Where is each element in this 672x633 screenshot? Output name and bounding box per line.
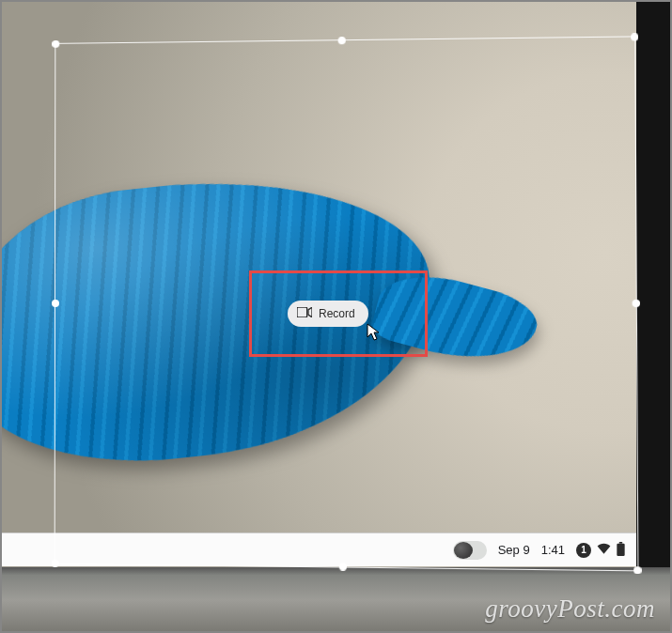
svg-rect-2 [297,307,307,317]
shelf-date: Sep 9 [498,543,530,557]
svg-rect-1 [617,543,624,555]
wifi-icon [597,543,611,557]
videocam-icon [297,307,312,320]
resize-handle-bottom-left[interactable] [52,560,59,567]
record-button-label: Record [319,307,355,320]
resize-handle-top-middle[interactable] [337,37,345,44]
shelf-time: 1:41 [541,543,565,557]
resize-handle-bottom-middle[interactable] [338,563,346,570]
notification-count-badge: 1 [576,543,591,558]
watermark-text: groovyPost.com [485,594,655,624]
resize-handle-middle-left[interactable] [52,299,59,306]
shelf-toggle[interactable] [453,541,487,560]
resize-handle-bottom-right[interactable] [633,566,641,574]
shelf-status-icons[interactable]: 1 [576,542,625,559]
svg-rect-0 [619,542,622,544]
monitor-bezel [636,0,672,567]
resize-handle-middle-right[interactable] [633,299,640,306]
resize-handle-top-right[interactable] [631,33,638,40]
resize-handle-top-left[interactable] [52,40,59,48]
record-button[interactable]: Record [288,301,368,327]
chromeos-shelf: Sep 9 1:41 1 [0,533,636,566]
battery-icon [617,542,625,559]
